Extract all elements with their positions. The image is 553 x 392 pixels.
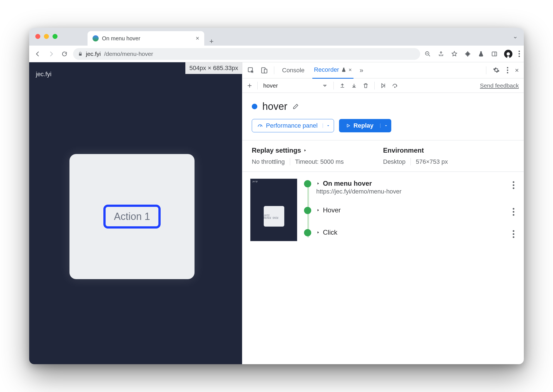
svg-rect-1 [492, 52, 497, 56]
favicon-icon [93, 35, 99, 41]
recording-actions: Performance panel Replay [242, 119, 524, 140]
devtools-close-icon[interactable]: × [515, 66, 519, 74]
step-subtitle: https://jec.fyi/demo/menu-hover [316, 188, 506, 195]
import-icon[interactable] [351, 83, 357, 89]
separator [486, 66, 486, 74]
extensions-icon[interactable] [464, 50, 471, 58]
tab-recorder-label: Recorder [314, 66, 339, 73]
performance-panel-label: Performance panel [266, 122, 318, 129]
svg-point-5 [395, 87, 395, 88]
tab-console[interactable]: Console [280, 67, 306, 78]
separator [290, 158, 290, 165]
environment-label: Environment [383, 147, 424, 154]
url-host: jec.fyi [86, 51, 101, 57]
device-mode-icon[interactable] [261, 67, 268, 74]
tab-recorder[interactable]: Recorder × [312, 66, 353, 79]
steps-panel: HOVER OVER THIS On menu hover https://je… [242, 172, 524, 248]
step-row[interactable]: On menu hover https://jec.fyi/demo/menu-… [304, 178, 516, 205]
chevron-right-icon [303, 148, 307, 152]
viewport-value: 576×753 px [416, 158, 448, 165]
viewport-dimensions-badge: 504px × 685.33px [185, 62, 242, 74]
settings-gear-icon[interactable] [493, 67, 500, 74]
browser-window: On menu hover × + ⌄ jec.fyi/demo/menu-ho… [29, 28, 524, 364]
lock-icon [78, 52, 83, 56]
step-dot-icon [304, 207, 311, 214]
action-button[interactable]: Action 1 [103, 205, 161, 229]
minimize-window-button[interactable] [44, 34, 49, 39]
demo-card: Action 1 [69, 154, 195, 279]
back-button[interactable] [33, 51, 43, 57]
performance-panel-button[interactable]: Performance panel [252, 119, 334, 132]
bookmark-star-icon[interactable] [451, 50, 458, 58]
step-dot-icon [304, 180, 311, 187]
toolbar: jec.fyi/demo/menu-hover [29, 46, 524, 62]
chevron-right-icon [316, 208, 320, 212]
fullscreen-window-button[interactable] [53, 34, 58, 39]
step-dot-icon [304, 229, 311, 236]
tab-close-icon[interactable]: × [196, 35, 199, 41]
step-menu-button[interactable] [511, 206, 516, 217]
share-icon[interactable] [437, 50, 445, 58]
side-panel-icon[interactable] [491, 50, 498, 58]
recording-title: hover [262, 101, 287, 112]
forward-button[interactable] [46, 51, 56, 57]
throttling-value: No throttling [252, 158, 285, 165]
performance-panel-dropdown[interactable] [323, 123, 334, 128]
devtools-panel: Console Recorder × » × + hover [242, 62, 524, 364]
replay-settings-header[interactable]: Replay settings [252, 147, 383, 154]
replay-settings-panel: Replay settings Environment No throttlin… [242, 140, 524, 172]
separator [374, 82, 375, 90]
address-bar[interactable]: jec.fyi/demo/menu-hover [73, 48, 420, 60]
step-menu-button[interactable] [511, 229, 516, 240]
close-window-button[interactable] [35, 34, 40, 39]
separator [257, 82, 258, 90]
zoom-icon[interactable] [424, 50, 431, 58]
toolbar-icons [424, 50, 520, 58]
step-forward-icon[interactable] [380, 83, 386, 89]
step-title: On menu hover [323, 180, 372, 187]
environment-header: Environment [383, 147, 515, 154]
step-row[interactable]: Click [304, 227, 516, 241]
replay-button[interactable]: Replay [339, 119, 391, 132]
recording-header: hover [242, 93, 524, 119]
tab-close-icon[interactable]: × [348, 67, 352, 73]
tabs-menu-button[interactable]: ⌄ [513, 33, 518, 40]
new-tab-button[interactable]: + [204, 37, 219, 46]
content-area: jec.fyi 504px × 685.33px Action 1 Consol… [29, 62, 524, 364]
steps-timeline: On menu hover https://jec.fyi/demo/menu-… [304, 178, 516, 241]
browser-menu-button[interactable] [519, 51, 520, 57]
recording-dot-icon [252, 104, 257, 109]
replay-settings-values: No throttling Timeout: 5000 ms [252, 158, 383, 165]
flask-icon [341, 67, 346, 72]
separator [410, 158, 411, 165]
send-feedback-link[interactable]: Send feedback [480, 82, 519, 89]
step-title: Click [323, 229, 337, 236]
profile-avatar[interactable] [504, 50, 512, 58]
inspect-icon[interactable] [247, 67, 255, 74]
separator [274, 66, 274, 74]
labs-icon[interactable] [477, 50, 485, 58]
new-recording-button[interactable]: + [247, 81, 252, 90]
replay-dropdown[interactable] [380, 123, 391, 128]
step-over-icon[interactable] [392, 83, 398, 89]
edit-title-button[interactable] [292, 103, 299, 110]
demo-page: jec.fyi 504px × 685.33px Action 1 [29, 62, 242, 364]
step-menu-button[interactable] [511, 180, 516, 191]
step-row[interactable]: Hover [304, 205, 516, 227]
delete-icon[interactable] [363, 83, 369, 89]
recording-select[interactable]: hover [263, 82, 328, 89]
reload-button[interactable] [60, 51, 69, 57]
separator [333, 82, 334, 90]
window-controls [35, 34, 58, 39]
export-icon[interactable] [339, 83, 345, 89]
recorder-body: hover Performance panel Repl [242, 93, 524, 364]
url-path: /demo/menu-hover [104, 51, 153, 57]
page-brand: jec.fyi [36, 71, 51, 78]
step-title: Hover [323, 206, 341, 214]
more-tabs-button[interactable]: » [360, 66, 363, 74]
svg-rect-4 [264, 69, 267, 73]
devtools-menu-button[interactable] [507, 67, 508, 73]
browser-tab[interactable]: On menu hover × [88, 31, 204, 46]
gauge-icon [257, 123, 263, 129]
tab-title: On menu hover [102, 35, 140, 42]
